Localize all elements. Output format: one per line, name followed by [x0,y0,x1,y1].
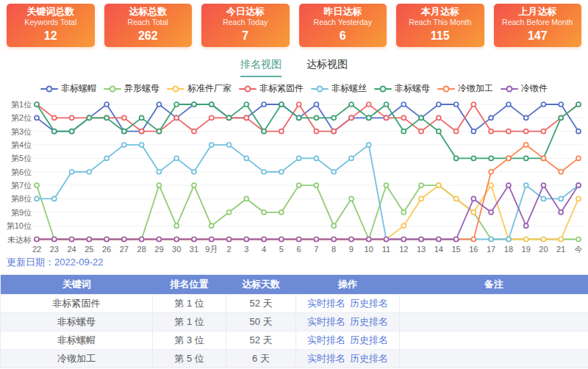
svg-text:17: 17 [487,245,495,254]
stat-card-reach-yesterday: 昨日达标 Reach Yesterday 6 [299,4,387,47]
svg-text:9月: 9月 [205,245,218,254]
legend-item-7[interactable]: 冷镦件 [501,82,548,95]
card-subtitle: Reach Today [201,18,290,27]
line-series-marker-icon [167,85,184,93]
svg-text:7: 7 [314,245,318,254]
svg-text:第10位: 第10位 [7,221,32,230]
svg-text:11: 11 [382,245,390,254]
view-tabs: 排名视图 达标视图 [0,58,588,77]
line-series-marker-icon [311,85,329,93]
keyword-cell: 非标紧固件 [1,295,153,313]
svg-text:23: 23 [50,245,59,254]
line-series-marker-icon [374,85,392,93]
table-row: 非标紧固件 第 1 位 52 天 实时排名历史排名 [1,295,588,313]
line-series-marker-icon [437,85,455,93]
actions-cell: 实时排名历史排名 [296,313,400,332]
svg-text:14: 14 [434,245,443,254]
card-title: 今日达标 [201,6,290,18]
header-days: 达标天数 [226,275,296,295]
stat-card-keywords-total: 关键词总数 Keywords Total 12 [7,4,95,47]
history-rank-link[interactable]: 历史排名 [350,353,388,364]
header-actions: 操作 [296,275,400,295]
line-series-marker-icon [239,85,257,93]
card-subtitle: Reach Before Month [494,18,582,27]
svg-text:12: 12 [399,245,408,254]
note-cell [400,350,588,368]
card-value: 7 [201,29,290,43]
keyword-cell: 冷镦加工 [1,350,153,368]
rank-cell: 第 5 位 [153,350,226,368]
days-cell: 50 天 [226,313,296,332]
stat-card-reach-total: 达标总数 Reach Total 262 [104,4,193,47]
svg-text:27: 27 [120,245,129,254]
svg-text:13: 13 [417,245,426,254]
legend-item-label: 标准件厂家 [187,82,232,95]
legend-item-2[interactable]: 标准件厂家 [167,82,232,95]
legend-item-6[interactable]: 冷镦加工 [437,82,493,95]
svg-text:9: 9 [349,245,354,254]
line-series-marker-icon [104,85,121,93]
svg-text:24: 24 [67,245,76,254]
history-rank-link[interactable]: 历史排名 [350,298,388,309]
legend-item-3[interactable]: 非标紧固件 [239,82,304,95]
svg-text:20: 20 [539,245,548,254]
svg-text:第3位: 第3位 [11,127,32,136]
actions-cell: 实时排名历史排名 [296,332,400,350]
legend-item-label: 非标紧固件 [259,82,304,95]
svg-text:28: 28 [137,245,146,254]
svg-text:25: 25 [85,245,93,254]
realtime-rank-link[interactable]: 实时排名 [307,334,345,345]
rank-cell: 第 1 位 [153,313,226,332]
svg-text:6: 6 [297,245,301,254]
tab-ranking-view[interactable]: 排名视图 [240,58,282,77]
realtime-rank-link[interactable]: 实时排名 [307,298,345,309]
card-value: 115 [396,29,484,43]
tab-reach-view[interactable]: 达标视图 [306,58,348,77]
keyword-cell: 非标螺帽 [1,332,153,350]
chart-legend: 非标螺帽 异形螺母 标准件厂家 非标紧固件 非标螺丝 非标螺母 冷镦加工 冷镦件 [0,82,588,95]
svg-text:4: 4 [262,245,266,254]
stat-card-reach-before-month: 上月达标 Reach Before Month 147 [494,4,582,47]
actions-cell: 实时排名历史排名 [296,350,400,368]
card-title: 达标总数 [104,6,193,18]
legend-item-5[interactable]: 非标螺母 [374,82,430,95]
stat-card-reach-this-month: 本月达标 Reach This Month 115 [396,4,484,47]
ranking-line-chart[interactable]: 第1位第2位第3位第4位第5位第6位第7位第8位第9位第10位未达标222324… [0,96,588,253]
legend-item-1[interactable]: 异形螺母 [104,82,159,95]
svg-text:10: 10 [365,245,373,254]
svg-text:29: 29 [154,245,163,254]
update-date: 更新日期：2022-09-22 [7,256,588,269]
history-rank-link[interactable]: 历史排名 [350,316,388,327]
table-row: 冷镦加工 第 5 位 6 天 实时排名历史排名 [1,350,588,368]
svg-text:2: 2 [226,245,231,254]
legend-item-4[interactable]: 非标螺丝 [311,82,367,95]
svg-text:31: 31 [190,245,198,254]
rank-cell: 第 1 位 [153,295,226,313]
card-title: 本月达标 [396,6,484,18]
svg-text:第7位: 第7位 [11,181,32,190]
history-rank-link[interactable]: 历史排名 [350,334,388,345]
legend-item-label: 非标螺帽 [61,82,96,95]
days-cell: 52 天 [226,295,296,313]
card-subtitle: Reach Yesterday [299,18,387,27]
header-rank: 排名位置 [153,275,226,295]
note-cell [400,313,588,332]
svg-text:5: 5 [279,245,284,254]
card-value: 147 [494,29,582,43]
update-date-value: 2022-09-22 [54,257,104,268]
legend-item-0[interactable]: 非标螺帽 [40,82,96,95]
keyword-cell: 非标螺母 [1,313,153,332]
rank-cell: 第 3 位 [153,332,226,350]
card-title: 昨日达标 [299,6,387,18]
svg-text:26: 26 [102,245,111,254]
legend-item-label: 异形螺母 [124,82,159,95]
legend-item-label: 冷镦加工 [458,82,493,95]
svg-text:3: 3 [244,245,248,254]
svg-text:第2位: 第2位 [11,113,32,122]
card-title: 关键词总数 [7,6,95,18]
svg-text:第6位: 第6位 [11,168,32,176]
realtime-rank-link[interactable]: 实时排名 [307,316,345,327]
realtime-rank-link[interactable]: 实时排名 [307,353,345,364]
days-cell: 6 天 [226,350,296,368]
keywords-table: 关键词 排名位置 达标天数 操作 备注 非标紧固件 第 1 位 52 天 实时排… [0,274,588,368]
